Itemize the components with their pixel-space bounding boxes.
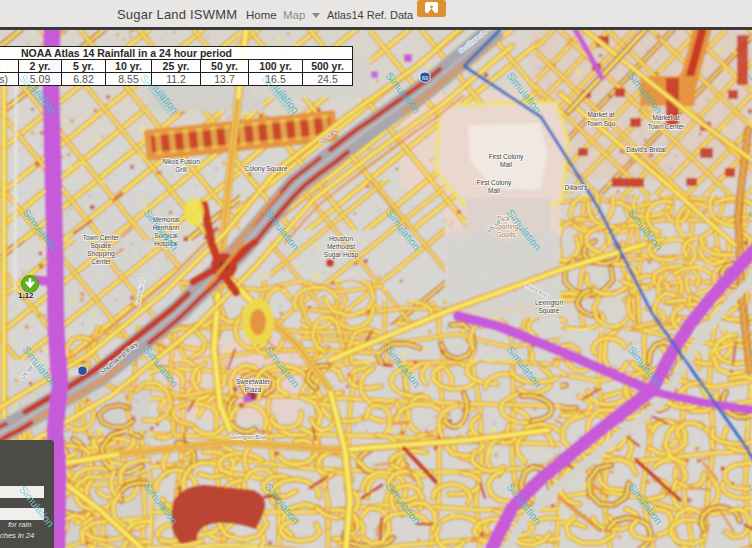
- svg-text:Shopping: Shopping: [87, 250, 115, 258]
- svg-text:Market at: Market at: [587, 111, 614, 118]
- svg-text:69: 69: [422, 75, 428, 81]
- svg-text:Plaza: Plaza: [245, 386, 262, 393]
- svg-text:First Colony: First Colony: [489, 153, 524, 161]
- svg-text:Mall: Mall: [488, 187, 500, 194]
- svg-text:Goods: Goods: [496, 231, 516, 238]
- svg-text:First Colony: First Colony: [477, 179, 512, 187]
- svg-text:Lexington Blvd: Lexington Blvd: [230, 434, 266, 440]
- svg-text:Town Center: Town Center: [648, 123, 685, 130]
- svg-text:Market at: Market at: [652, 114, 679, 121]
- svg-text:Square: Square: [91, 242, 112, 250]
- svg-text:Square: Square: [539, 307, 560, 315]
- svg-text:Colony Square: Colony Square: [245, 165, 288, 173]
- svg-text:Dillard's: Dillard's: [565, 184, 589, 191]
- svg-text:Town Squ: Town Squ: [587, 120, 616, 128]
- svg-text:David's Bridal: David's Bridal: [626, 146, 666, 153]
- svg-text:Methodist: Methodist: [327, 243, 355, 250]
- svg-text:Center: Center: [91, 258, 111, 265]
- svg-text:Mall: Mall: [500, 161, 512, 168]
- svg-text:Sweetwater: Sweetwater: [236, 378, 271, 385]
- svg-text:Grill: Grill: [175, 166, 187, 173]
- svg-text:Lexington: Lexington: [535, 299, 564, 307]
- svg-text:Town Center: Town Center: [83, 234, 120, 241]
- svg-text:Nikos Fusion: Nikos Fusion: [162, 158, 200, 165]
- svg-text:Houston: Houston: [329, 235, 354, 242]
- svg-text:Sugar Hosp: Sugar Hosp: [324, 251, 359, 259]
